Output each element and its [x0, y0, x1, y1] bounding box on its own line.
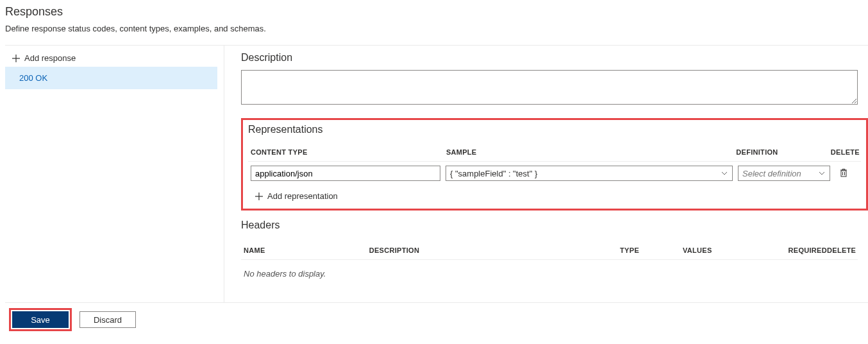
- delete-representation-button[interactable]: [838, 168, 849, 179]
- plus-icon: [255, 192, 263, 201]
- save-highlight: Save: [9, 308, 72, 331]
- save-button[interactable]: Save: [12, 311, 69, 328]
- sample-select[interactable]: { "sampleField" : "test" }: [446, 166, 733, 181]
- add-representation-label: Add representation: [267, 191, 338, 201]
- col-content-type: CONTENT TYPE: [251, 148, 446, 156]
- add-response-button[interactable]: Add response: [5, 49, 224, 67]
- content-type-input[interactable]: [251, 166, 440, 181]
- response-item-200[interactable]: 200 OK: [5, 67, 217, 89]
- sample-value: { "sampleField" : "test" }: [450, 169, 537, 178]
- page-subtitle: Define response status codes, content ty…: [5, 24, 868, 33]
- col-header-name: NAME: [244, 246, 369, 254]
- col-sample: SAMPLE: [446, 148, 736, 156]
- footer-bar: Save Discard: [5, 302, 868, 336]
- svg-rect-2: [841, 171, 846, 176]
- plus-icon: [12, 54, 21, 63]
- add-response-label: Add response: [24, 53, 76, 63]
- col-header-required: REQUIRED: [777, 246, 827, 254]
- col-header-delete: DELETE: [827, 246, 858, 254]
- definition-placeholder: Select definition: [742, 169, 801, 178]
- add-representation-button[interactable]: Add representation: [248, 185, 861, 203]
- chevron-down-icon: [818, 169, 826, 177]
- col-header-description: DESCRIPTION: [369, 246, 620, 254]
- chevron-down-icon: [721, 169, 728, 177]
- responses-sidebar: Add response 200 OK: [5, 46, 224, 302]
- discard-button[interactable]: Discard: [79, 311, 136, 328]
- representations-highlight: Representations CONTENT TYPE SAMPLE DEFI…: [241, 118, 868, 211]
- headers-header-row: NAME DESCRIPTION TYPE VALUES REQUIRED DE…: [241, 237, 858, 260]
- trash-icon: [839, 168, 848, 179]
- page-title: Responses: [5, 5, 868, 19]
- col-definition: DEFINITION: [736, 148, 831, 156]
- representation-row: { "sampleField" : "test" } Select defini…: [248, 162, 861, 185]
- definition-select[interactable]: Select definition: [738, 166, 830, 181]
- description-title: Description: [241, 52, 868, 64]
- headers-title: Headers: [241, 219, 858, 231]
- description-textarea[interactable]: [241, 70, 858, 105]
- representations-title: Representations: [248, 124, 861, 135]
- no-headers-message: No headers to display.: [241, 260, 858, 284]
- representations-header-row: CONTENT TYPE SAMPLE DEFINITION DELETE: [248, 142, 861, 162]
- col-header-values: VALUES: [683, 246, 777, 254]
- col-header-type: TYPE: [620, 246, 683, 254]
- col-delete: DELETE: [831, 148, 861, 156]
